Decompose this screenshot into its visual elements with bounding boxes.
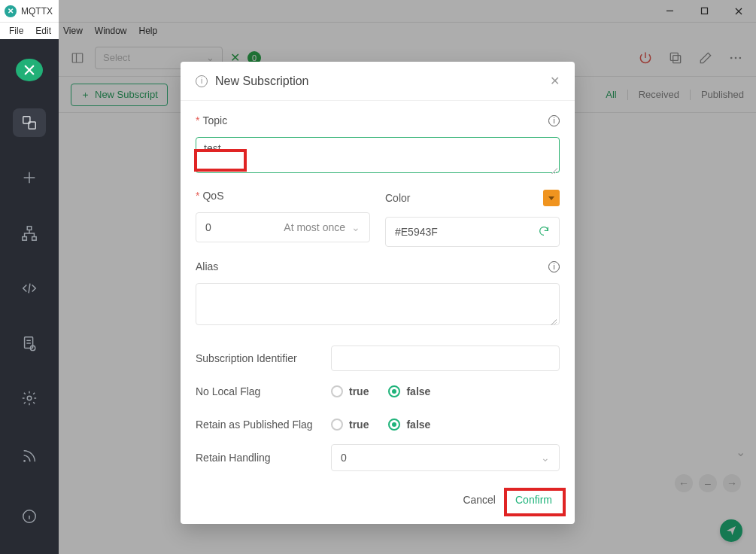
- qos-value: 0: [205, 221, 211, 233]
- svg-line-11: [29, 283, 30, 293]
- nav-add-icon[interactable]: [13, 164, 46, 192]
- required-asterisk: *: [196, 190, 199, 202]
- subscription-id-label: Subscription Identifier: [196, 352, 331, 364]
- topic-label: Topic: [202, 114, 227, 126]
- new-subscription-dialog: i New Subscription ✕ * Topic i *: [181, 62, 575, 524]
- nav-code-icon[interactable]: [13, 274, 46, 302]
- retain-pub-false-radio[interactable]: false: [388, 419, 430, 431]
- svg-rect-8: [27, 226, 32, 230]
- app-title: MQTTX: [21, 6, 53, 17]
- color-value: #E5943F: [395, 226, 438, 238]
- no-local-false-radio[interactable]: false: [388, 385, 430, 397]
- retain-published-label: Retain as Published Flag: [196, 419, 331, 431]
- dialog-header: i New Subscription ✕: [181, 62, 575, 101]
- color-input[interactable]: #E5943F: [385, 217, 560, 247]
- confirm-button[interactable]: Confirm: [509, 489, 558, 510]
- qos-text: At most once: [284, 221, 345, 233]
- dialog-close-button[interactable]: ✕: [550, 74, 560, 88]
- info-icon: i: [196, 75, 208, 87]
- dialog-body: * Topic i * QoS 0 At most: [181, 101, 575, 479]
- cancel-button[interactable]: Cancel: [463, 494, 496, 506]
- left-nav: [0, 39, 59, 554]
- qos-label: QoS: [202, 190, 223, 202]
- topic-input[interactable]: [196, 137, 560, 173]
- radio-label: true: [349, 385, 369, 397]
- subscription-id-input[interactable]: [331, 345, 560, 371]
- dialog-footer: Cancel Confirm: [181, 479, 575, 524]
- no-local-true-radio[interactable]: true: [331, 385, 369, 397]
- retain-handling-label: Retain Handling: [196, 452, 331, 464]
- alias-label: Alias: [196, 260, 218, 272]
- app-icon: ✕: [5, 5, 17, 17]
- dialog-title: New Subscription: [215, 75, 309, 88]
- radio-label: false: [406, 419, 430, 431]
- required-asterisk: *: [196, 114, 199, 126]
- info-icon[interactable]: i: [548, 115, 560, 126]
- svg-point-16: [27, 397, 32, 401]
- svg-point-17: [23, 460, 26, 462]
- info-icon[interactable]: i: [548, 261, 560, 272]
- radio-label: false: [406, 385, 430, 397]
- nav-tree-icon[interactable]: [13, 219, 46, 247]
- app-icon-letter: ✕: [8, 7, 14, 15]
- color-picker-swatch[interactable]: [543, 190, 560, 206]
- retain-handling-value: 0: [341, 452, 347, 464]
- retain-pub-true-radio[interactable]: true: [331, 419, 369, 431]
- refresh-icon[interactable]: [538, 225, 550, 239]
- no-local-label: No Local Flag: [196, 385, 331, 397]
- nav-connections-icon[interactable]: [13, 108, 46, 136]
- resize-handle-icon[interactable]: [551, 168, 557, 174]
- svg-rect-10: [32, 236, 36, 240]
- svg-rect-9: [23, 236, 26, 240]
- nav-rss-icon[interactable]: [13, 440, 46, 473]
- app-logo: [16, 59, 43, 81]
- retain-handling-select[interactable]: 0 ⌄: [331, 444, 560, 471]
- chevron-down-icon: ⌄: [541, 452, 550, 464]
- menu-file[interactable]: File: [3, 24, 29, 38]
- radio-label: true: [349, 419, 369, 431]
- menu-edit[interactable]: Edit: [29, 24, 57, 38]
- color-label: Color: [385, 192, 410, 204]
- nav-info-icon[interactable]: [13, 500, 46, 533]
- chevron-down-icon: ⌄: [351, 221, 360, 233]
- qos-select[interactable]: 0 At most once ⌄: [196, 212, 370, 242]
- nav-log-icon[interactable]: [13, 329, 46, 357]
- nav-settings-icon[interactable]: [13, 385, 46, 412]
- alias-input[interactable]: [196, 283, 560, 325]
